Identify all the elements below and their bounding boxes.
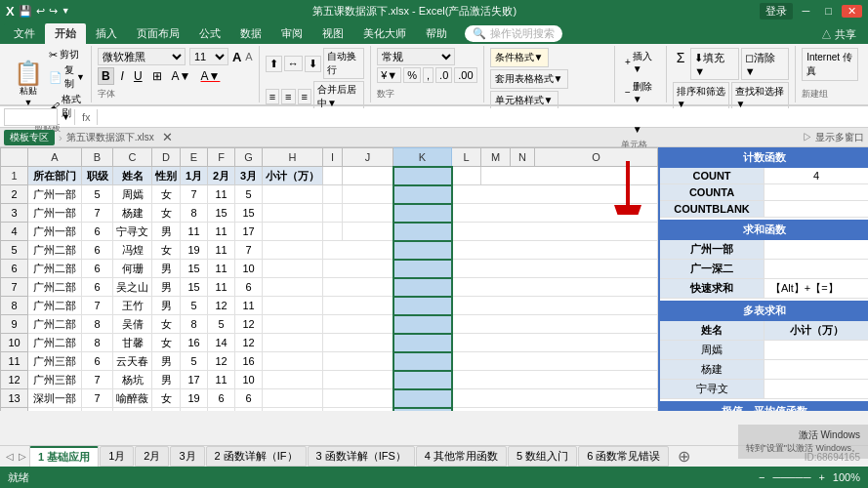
cell-g11[interactable]: 16 — [235, 352, 263, 371]
cell-a13[interactable]: 深圳一部 — [28, 389, 82, 408]
cell-h10[interactable] — [263, 334, 323, 352]
cell-e6[interactable]: 15 — [181, 260, 208, 278]
cell-d7[interactable]: 男 — [152, 278, 181, 297]
cell-d9[interactable]: 女 — [152, 315, 181, 334]
cell-h8[interactable] — [263, 297, 323, 315]
cell-h6[interactable] — [263, 260, 323, 278]
cell-d3[interactable]: 女 — [152, 204, 181, 223]
sheet-tab-err[interactable]: 6 函数常见错误 — [578, 446, 669, 467]
cell-e12[interactable]: 17 — [181, 371, 208, 389]
cell-a5[interactable]: 广州二部 — [28, 241, 82, 260]
close-btn[interactable]: ✕ — [842, 5, 862, 18]
cell-d5[interactable]: 女 — [152, 241, 181, 260]
cell-b12[interactable]: 7 — [82, 371, 113, 389]
share-btn[interactable]: △ 共享 — [813, 25, 864, 44]
align-top-btn[interactable]: ⬆ — [266, 56, 282, 72]
cell-i1[interactable] — [323, 167, 343, 185]
cell-i2[interactable] — [323, 185, 343, 204]
cell-c1[interactable]: 姓名 — [113, 167, 152, 185]
cell-c10[interactable]: 甘馨 — [113, 334, 152, 352]
col-header-i[interactable]: I — [323, 148, 343, 167]
cell-k6[interactable] — [393, 260, 452, 278]
tab-insert[interactable]: 插入 — [86, 23, 127, 44]
cell-g4[interactable]: 17 — [235, 223, 263, 241]
cell-d11[interactable]: 男 — [152, 352, 181, 371]
cell-d4[interactable]: 男 — [152, 223, 181, 241]
clear-btn[interactable]: ◻清除▼ — [741, 48, 789, 80]
cell-h4[interactable] — [263, 223, 323, 241]
cell-g5[interactable]: 7 — [235, 241, 263, 260]
sheet-tab-mar[interactable]: 3月 — [170, 446, 204, 467]
cell-d6[interactable]: 男 — [152, 260, 181, 278]
col-header-k[interactable]: K — [393, 148, 452, 167]
decimal-add-btn[interactable]: .0 — [435, 67, 452, 83]
sheet-tab-array[interactable]: 5 数组入门 — [508, 446, 577, 467]
cell-c8[interactable]: 王竹 — [113, 297, 152, 315]
cell-c9[interactable]: 吴倩 — [113, 315, 152, 334]
cell-a2[interactable]: 广州一部 — [28, 185, 82, 204]
cell-b7[interactable]: 6 — [82, 278, 113, 297]
ms-val3[interactable] — [765, 380, 868, 398]
cell-k4[interactable] — [393, 223, 452, 241]
cell-k14[interactable] — [393, 408, 452, 412]
cell-c6[interactable]: 何珊 — [113, 260, 152, 278]
cell-e5[interactable]: 19 — [181, 241, 208, 260]
font-size-increase[interactable]: A — [232, 50, 241, 64]
cell-d8[interactable]: 男 — [152, 297, 181, 315]
underline-btn[interactable]: U — [131, 68, 145, 84]
tab-home[interactable]: 开始 — [45, 23, 86, 44]
cell-e13[interactable]: 19 — [181, 389, 208, 408]
cell-a14[interactable]: 深圳一部 — [28, 408, 82, 412]
cell-g9[interactable]: 12 — [235, 315, 263, 334]
col-header-a[interactable]: A — [28, 148, 82, 167]
col-header-e[interactable]: E — [181, 148, 208, 167]
name-box[interactable]: K3 — [4, 108, 58, 126]
cell-g13[interactable]: 6 — [235, 389, 263, 408]
col-header-c[interactable]: C — [113, 148, 152, 167]
show-more-btn[interactable]: ▷ 显示多窗口 — [803, 131, 864, 144]
cell-j1[interactable] — [343, 167, 393, 185]
font-color-btn[interactable]: A▼ — [198, 68, 224, 84]
cell-a3[interactable]: 广州一部 — [28, 204, 82, 223]
cell-c2[interactable]: 周嫣 — [113, 185, 152, 204]
sheet-tab-jan[interactable]: 1月 — [100, 446, 134, 467]
cell-i3[interactable] — [323, 204, 343, 223]
cell-k2[interactable] — [393, 185, 452, 204]
cell-k7[interactable] — [393, 278, 452, 297]
cell-f1[interactable]: 2月 — [208, 167, 235, 185]
cell-l1[interactable] — [452, 167, 481, 185]
cell-a11[interactable]: 广州三部 — [28, 352, 82, 371]
ms-val2[interactable] — [765, 360, 868, 379]
col-header-j[interactable]: J — [343, 148, 393, 167]
cell-k5[interactable] — [393, 241, 452, 260]
align-bottom-btn[interactable]: ⬇ — [305, 56, 321, 72]
decimal-remove-btn[interactable]: .00 — [454, 67, 476, 83]
cell-k12[interactable] — [393, 371, 452, 389]
bold-btn[interactable]: B — [98, 67, 114, 85]
cell-c5[interactable]: 冯煌 — [113, 241, 152, 260]
col-header-g[interactable]: G — [235, 148, 263, 167]
login-btn[interactable]: 登录 — [760, 3, 793, 20]
cell-c7[interactable]: 吴之山 — [113, 278, 152, 297]
tab-file[interactable]: 文件 — [4, 23, 45, 44]
cell-f9[interactable]: 5 — [208, 315, 235, 334]
countblank-value[interactable] — [765, 201, 868, 217]
tab-scroll-left[interactable]: ◁ — [4, 451, 16, 462]
cell-c14[interactable]: 子年仪 — [113, 408, 152, 412]
cell-e11[interactable]: 5 — [181, 352, 208, 371]
cell-g7[interactable]: 6 — [235, 278, 263, 297]
sheet-tab-basics[interactable]: 1 基础应用 — [29, 446, 99, 467]
cell-g10[interactable]: 12 — [235, 334, 263, 352]
cell-a8[interactable]: 广州二部 — [28, 297, 82, 315]
table-format-btn[interactable]: 套用表格格式▼ — [490, 69, 568, 89]
sum-gz2-value[interactable] — [765, 260, 868, 278]
cell-d2[interactable]: 女 — [152, 185, 181, 204]
cell-j4[interactable] — [343, 223, 393, 241]
cell-d13[interactable]: 女 — [152, 389, 181, 408]
counta-value[interactable] — [765, 184, 868, 200]
cell-k3[interactable] — [393, 204, 452, 223]
formula-input[interactable] — [102, 108, 864, 126]
align-center-btn[interactable]: ≡ — [281, 89, 295, 104]
cell-g1[interactable]: 3月 — [235, 167, 263, 185]
cell-e2[interactable]: 7 — [181, 185, 208, 204]
